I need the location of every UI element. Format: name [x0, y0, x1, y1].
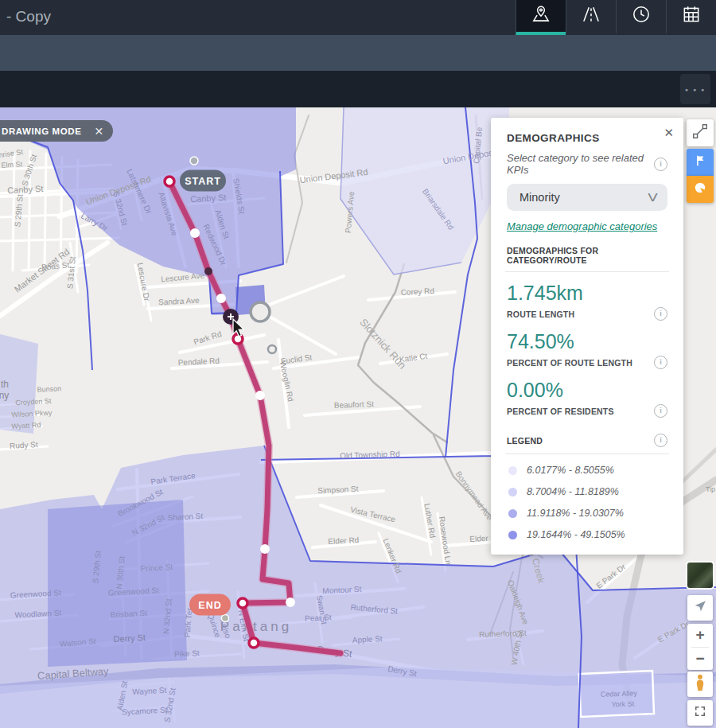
panel-subtitle: Select category to see related KPIs [507, 152, 654, 176]
street-label: Lescure Ave [161, 271, 205, 284]
route-waypoint[interactable] [216, 294, 226, 303]
overflow-menu-button[interactable]: ● ● ● [680, 74, 710, 104]
legend-item: 6.0177% - 8.5055% [507, 465, 667, 476]
drawing-mode-close-icon[interactable]: ✕ [94, 125, 103, 138]
pegman-icon [693, 674, 707, 695]
street-label: S 30th St [20, 153, 38, 187]
map-pin-icon [531, 4, 551, 28]
my-location-button[interactable] [687, 595, 713, 621]
info-icon[interactable]: i [654, 434, 667, 447]
street-label: Wilson Pkwy [11, 409, 53, 419]
street-label: Corey Rd [400, 286, 434, 297]
legend-dot [508, 466, 517, 475]
road-icon [581, 4, 601, 28]
fullscreen-icon [693, 704, 707, 722]
title-bar: - Copy [0, 0, 716, 35]
stop-marker[interactable] [222, 615, 229, 622]
street [0, 238, 119, 241]
street-label: Sharon St [167, 512, 203, 522]
street-label: Prince St [140, 563, 173, 573]
info-icon[interactable]: i [654, 404, 667, 418]
legend-range: 11.9118% - 19.0307% [527, 508, 624, 519]
tab-map-view[interactable] [516, 0, 566, 35]
street-label: Bonnymead Ave [454, 469, 495, 522]
stop-marker[interactable] [190, 157, 198, 165]
tab-road-view[interactable] [566, 0, 616, 35]
street-label: Elm St [1, 160, 22, 169]
street-label: Derry St [113, 633, 146, 644]
chevron-down-icon: ᐯ [648, 192, 657, 204]
divider [505, 271, 669, 272]
kpi-value: 74.50% [507, 330, 667, 353]
street-label: Pike St [174, 648, 200, 659]
route-waypoint[interactable] [238, 598, 247, 608]
legend-range: 6.0177% - 8.5055% [527, 465, 614, 476]
kpi-label: PERCENT OF ROUTE LENGTH [507, 358, 632, 368]
legend-range: 19.1644% - 49.1505% [527, 529, 625, 540]
location-arrow-icon [692, 598, 708, 617]
route-waypoint[interactable] [286, 598, 295, 607]
route-waypoint[interactable] [260, 544, 270, 554]
legend-dot [508, 509, 517, 518]
tab-calendar-view[interactable] [666, 0, 716, 35]
legend-dot [508, 488, 517, 496]
street-label: Wayne St [132, 686, 167, 696]
panel-title: DEMOGRAPHICS [507, 132, 667, 144]
manage-categories-link[interactable]: Manage demographic categories [507, 220, 657, 232]
kpi-percent-route: 74.50% PERCENT OF ROUTE LENGTH i [507, 330, 667, 369]
info-icon[interactable]: i [654, 307, 667, 321]
street-label: Cedar Alley [601, 689, 638, 699]
route-title: - Copy [6, 8, 51, 25]
legend-range: 8.7004% - 11.8189% [527, 486, 619, 497]
category-select-value: Minority [519, 191, 560, 204]
street-label: Elder Rd [328, 535, 359, 546]
clock-icon [631, 4, 652, 28]
draw-route-tool-button[interactable] [687, 119, 714, 146]
route-waypoint[interactable] [249, 638, 259, 648]
ellipsis-icon: ● ● ● [685, 87, 706, 92]
toolbar-bar [0, 71, 716, 107]
route-waypoint-selected[interactable] [204, 267, 212, 275]
street-label: S 31st St [65, 256, 77, 290]
panel-close-icon[interactable]: ✕ [663, 126, 674, 140]
kpi-route-length: 1.745km ROUTE LENGTH i [507, 282, 667, 321]
street-label: E Park Dr [594, 562, 627, 590]
zoom-in-button[interactable]: + [687, 624, 713, 647]
street-label: Tip [706, 485, 715, 493]
demographics-panel: ✕ DEMOGRAPHICS Select category to see re… [491, 118, 683, 555]
zoom-control: + − [687, 624, 713, 670]
street [265, 276, 344, 306]
street-label: Rosewood Ln [438, 516, 453, 565]
street-label: York St [611, 699, 635, 708]
tab-time-view[interactable] [616, 0, 666, 35]
kpi-value: 1.745km [507, 282, 667, 305]
stop-marker[interactable] [268, 345, 276, 353]
category-select[interactable]: Minority ᐯ [507, 184, 667, 211]
flag-tool-button[interactable] [687, 149, 714, 176]
route-waypoint[interactable] [190, 228, 200, 238]
route-waypoint[interactable] [165, 177, 174, 186]
street-label: S 29th St [13, 194, 25, 228]
divider [505, 454, 669, 454]
street-label: Beaufort St [334, 399, 375, 410]
route-waypoint[interactable] [255, 391, 265, 400]
stop-marker[interactable] [251, 302, 270, 321]
street-label: th [1, 379, 9, 390]
street-label: Wyatt Rd [11, 421, 41, 430]
fullscreen-button[interactable] [687, 700, 713, 726]
street-view-pegman[interactable] [687, 672, 713, 697]
kpi-percent-residents: 0.00% PERCENT OF RESIDENTS i [507, 379, 667, 418]
end-marker: END [189, 594, 231, 616]
route-segment-icon [691, 123, 709, 143]
zoom-out-button[interactable]: − [687, 648, 713, 671]
start-marker: START [180, 170, 226, 192]
svg-text:START: START [185, 176, 221, 187]
drawing-mode-badge: DRAWING MODE ✕ [0, 120, 113, 142]
info-icon[interactable]: i [654, 158, 667, 171]
coverage-tool-button[interactable] [687, 176, 714, 203]
info-icon[interactable]: i [654, 356, 667, 369]
satellite-view-toggle[interactable] [686, 561, 714, 590]
section-title: DEMOGRAPHICS FOR CATEGORY/ROUTE [507, 246, 667, 265]
svg-text:END: END [198, 600, 221, 611]
kpi-label: ROUTE LENGTH [507, 309, 574, 319]
